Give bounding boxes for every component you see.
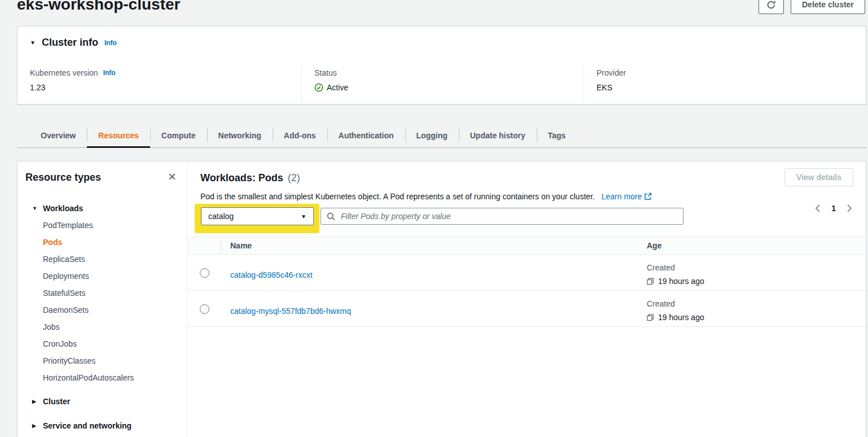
header-divider	[221, 240, 221, 251]
tab-add-ons[interactable]: Add-ons	[273, 123, 327, 147]
current-page: 1	[831, 204, 836, 213]
tree-item-horizontalpodautoscalers[interactable]: HorizontalPodAutoscalers	[17, 369, 187, 386]
cluster-info-title: Cluster info	[42, 37, 98, 49]
caret-down-icon: ▼	[32, 206, 38, 211]
learn-more-link[interactable]: Learn more	[602, 192, 652, 201]
age-value: 19 hours ago	[658, 276, 704, 287]
tree-group-label: Workloads	[43, 204, 83, 213]
pods-search-box	[321, 208, 683, 225]
table-header: Name Age	[188, 237, 866, 255]
provider-value: EKS	[597, 83, 626, 92]
previous-page-button[interactable]	[814, 203, 822, 214]
description-text: Pod is the smallest and simplest Kuberne…	[200, 192, 595, 201]
pod-name-link[interactable]: catalog-d5985c46-rxcxt	[230, 270, 313, 279]
pagination: 1	[814, 202, 853, 215]
refresh-icon	[766, 0, 776, 10]
tab-tags[interactable]: Tags	[537, 123, 577, 147]
kubernetes-version-field: Kubernetes version Info 1.23	[30, 68, 116, 92]
copy-icon[interactable]	[647, 278, 654, 285]
tab-networking[interactable]: Networking	[207, 123, 273, 147]
external-link-icon	[644, 193, 652, 200]
column-header-age[interactable]: Age	[647, 241, 661, 250]
search-input[interactable]	[340, 211, 677, 221]
column-header-name[interactable]: Name	[230, 241, 252, 250]
page-actions: Delete cluster	[759, 0, 865, 14]
eks-console-screen: eks-workshop-cluster Delete cluster ▼ Cl…	[0, 0, 868, 437]
field-label: Kubernetes version	[30, 68, 98, 77]
tab-resources[interactable]: Resources	[87, 123, 150, 147]
tree-item-deployments[interactable]: Deployments	[17, 268, 187, 285]
tree-item-priorityclasses[interactable]: PriorityClasses	[17, 352, 187, 369]
caret-right-icon: ▶	[32, 399, 38, 404]
cluster-tabs: Overview Resources Compute Networking Ad…	[17, 123, 866, 148]
pods-panel-header: Workloads: Pods (2)	[200, 172, 300, 184]
learn-more-label: Learn more	[602, 192, 642, 201]
pods-description: Pod is the smallest and simplest Kuberne…	[200, 192, 652, 201]
next-page-button[interactable]	[845, 203, 853, 214]
age-cell: Created 19 hours ago	[647, 298, 704, 323]
age-label: Created	[647, 298, 704, 309]
view-details-button[interactable]: View details	[784, 168, 853, 186]
table-row: catalog-mysql-557fdb7bd6-hwxmq Created 1…	[188, 291, 866, 327]
tab-compute[interactable]: Compute	[150, 123, 207, 147]
row-radio-button[interactable]	[200, 304, 209, 314]
chevron-left-icon	[815, 204, 821, 213]
page-title: eks-workshop-cluster	[17, 0, 180, 14]
pods-count: (2)	[288, 172, 300, 184]
delete-cluster-button[interactable]: Delete cluster	[791, 0, 865, 14]
tree-item-daemonsets[interactable]: DaemonSets	[17, 301, 187, 318]
age-value: 19 hours ago	[658, 312, 704, 323]
close-icon[interactable]: ×	[165, 169, 179, 184]
tree-item-replicasets[interactable]: ReplicaSets	[17, 251, 187, 268]
tree-group-label: Service and networking	[43, 421, 131, 430]
cluster-info-info-link[interactable]: Info	[104, 39, 117, 47]
tree-item-statefulsets[interactable]: StatefulSets	[17, 285, 187, 301]
chevron-right-icon	[847, 204, 852, 213]
pods-panel: Workloads: Pods (2) View details Pod is …	[188, 161, 866, 437]
refresh-button[interactable]	[759, 0, 784, 14]
provider-field: Provider EKS	[597, 68, 626, 92]
tree-group-service-and-networking[interactable]: ▶ Service and networking	[17, 417, 187, 434]
age-cell: Created 19 hours ago	[647, 262, 704, 287]
namespace-filter-dropdown[interactable]: catalog ▼	[201, 207, 314, 225]
cluster-info-card: ▼ Cluster info Info Kubernetes version I…	[17, 26, 866, 104]
resource-types-title: Resource types	[25, 172, 101, 183]
table-row: catalog-d5985c46-rxcxt Created 19 hours …	[188, 255, 866, 291]
status-value: Active	[327, 83, 348, 92]
tree-group-workloads[interactable]: ▼ Workloads	[17, 200, 187, 217]
caret-right-icon: ▶	[32, 423, 38, 429]
resource-type-tree: ▼ Workloads PodTemplates Pods ReplicaSet…	[17, 200, 187, 434]
tree-group-label: Cluster	[43, 397, 70, 406]
cluster-info-header[interactable]: ▼ Cluster info Info	[30, 37, 117, 49]
tab-authentication[interactable]: Authentication	[327, 123, 405, 147]
field-label: Status	[314, 68, 337, 77]
age-label: Created	[647, 262, 704, 273]
column-divider	[301, 66, 302, 102]
tree-item-jobs[interactable]: Jobs	[17, 318, 187, 335]
status-field: Status Active	[314, 68, 348, 92]
tree-group-cluster[interactable]: ▶ Cluster	[17, 393, 187, 410]
resource-types-sidebar: Resource types × ▼ Workloads PodTemplate…	[17, 161, 188, 437]
highlight-annotation: catalog ▼	[195, 204, 319, 233]
field-label: Provider	[597, 68, 626, 77]
kubernetes-version-value: 1.23	[30, 83, 116, 92]
tab-overview[interactable]: Overview	[29, 123, 87, 147]
search-icon	[327, 212, 335, 221]
status-check-icon	[314, 83, 323, 92]
tree-item-podtemplates[interactable]: PodTemplates	[17, 217, 187, 234]
column-divider	[584, 66, 584, 102]
chevron-down-icon: ▼	[301, 213, 306, 220]
tree-item-cronjobs[interactable]: CronJobs	[17, 335, 187, 352]
resources-card: Resource types × ▼ Workloads PodTemplate…	[17, 161, 866, 437]
copy-icon[interactable]	[647, 314, 654, 321]
kubernetes-version-info-link[interactable]: Info	[103, 69, 116, 77]
pods-panel-title: Workloads: Pods	[200, 172, 283, 184]
tab-logging[interactable]: Logging	[405, 123, 459, 147]
dropdown-value: catalog	[208, 212, 234, 221]
pods-table: Name Age catalog-d5985c46-rxcxt Created	[188, 237, 866, 327]
collapse-caret-icon: ▼	[30, 40, 36, 46]
row-radio-button[interactable]	[200, 268, 209, 278]
tab-update-history[interactable]: Update history	[459, 123, 537, 147]
tree-item-pods[interactable]: Pods	[17, 234, 187, 251]
pod-name-link[interactable]: catalog-mysql-557fdb7bd6-hwxmq	[230, 307, 351, 316]
